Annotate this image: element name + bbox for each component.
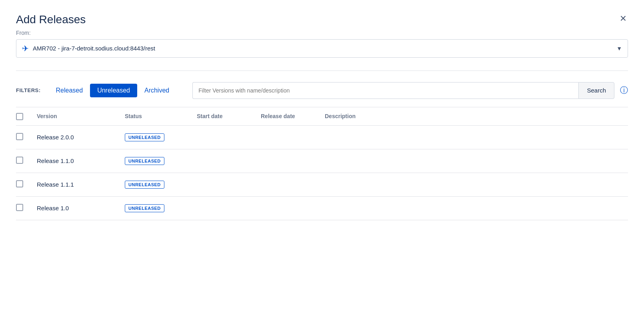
row-checkbox-2[interactable] xyxy=(16,180,23,187)
status-badge-0: UNRELEASED xyxy=(125,133,164,141)
source-dropdown[interactable]: ✈ AMR702 - jira-7-detroit.sodius.cloud:8… xyxy=(16,39,628,58)
status-badge-1: UNRELEASED xyxy=(125,157,164,165)
select-all-checkbox[interactable] xyxy=(16,113,23,120)
version-name-2: Release 1.1.1 xyxy=(37,181,125,188)
archived-filter-button[interactable]: Archived xyxy=(137,84,176,97)
version-name-1: Release 1.1.0 xyxy=(37,157,125,164)
table-body: Release 2.0.0 UNRELEASED Release 1.1.0 U… xyxy=(16,126,628,220)
dialog-title: Add Releases xyxy=(16,13,86,26)
search-button[interactable]: Search xyxy=(578,82,614,99)
filters-label: FILTERS: xyxy=(16,87,41,93)
close-button[interactable]: × xyxy=(618,13,628,24)
chevron-down-icon: ▼ xyxy=(616,45,622,52)
col-header-release-date: Release date xyxy=(261,113,325,121)
releases-table: Version Status Start date Release date D… xyxy=(16,107,628,220)
table-row: Release 1.0 UNRELEASED xyxy=(16,197,628,220)
dialog-header: Add Releases × xyxy=(16,13,628,26)
col-header-checkbox xyxy=(16,113,37,121)
table-row: Release 2.0.0 UNRELEASED xyxy=(16,126,628,149)
col-header-start-date: Start date xyxy=(197,113,261,121)
version-name-0: Release 2.0.0 xyxy=(37,134,125,141)
status-badge-2: UNRELEASED xyxy=(125,181,164,189)
version-name-3: Release 1.0 xyxy=(37,205,125,211)
filters-row: FILTERS: Released Unreleased Archived Se… xyxy=(16,82,628,107)
status-badge-3: UNRELEASED xyxy=(125,204,164,212)
search-area: Search xyxy=(192,82,614,99)
section-divider xyxy=(16,70,628,71)
from-label: From: xyxy=(16,30,628,36)
row-checkbox-1[interactable] xyxy=(16,157,23,164)
table-row: Release 1.1.0 UNRELEASED xyxy=(16,149,628,173)
row-checkbox-0[interactable] xyxy=(16,133,23,140)
released-filter-button[interactable]: Released xyxy=(49,84,90,97)
add-releases-dialog: Add Releases × From: ✈ AMR702 - jira-7-d… xyxy=(0,0,644,326)
col-header-version: Version xyxy=(37,113,125,121)
row-checkbox-3[interactable] xyxy=(16,204,23,211)
col-header-status: Status xyxy=(125,113,197,121)
unreleased-filter-button[interactable]: Unreleased xyxy=(90,84,137,97)
filter-versions-input[interactable] xyxy=(192,82,578,99)
table-header: Version Status Start date Release date D… xyxy=(16,107,628,126)
help-icon[interactable]: ⓘ xyxy=(620,85,628,96)
col-header-description: Description xyxy=(325,113,628,121)
jira-icon: ✈ xyxy=(22,44,29,53)
source-text: AMR702 - jira-7-detroit.sodius.cloud:844… xyxy=(33,45,155,52)
table-row: Release 1.1.1 UNRELEASED xyxy=(16,173,628,197)
